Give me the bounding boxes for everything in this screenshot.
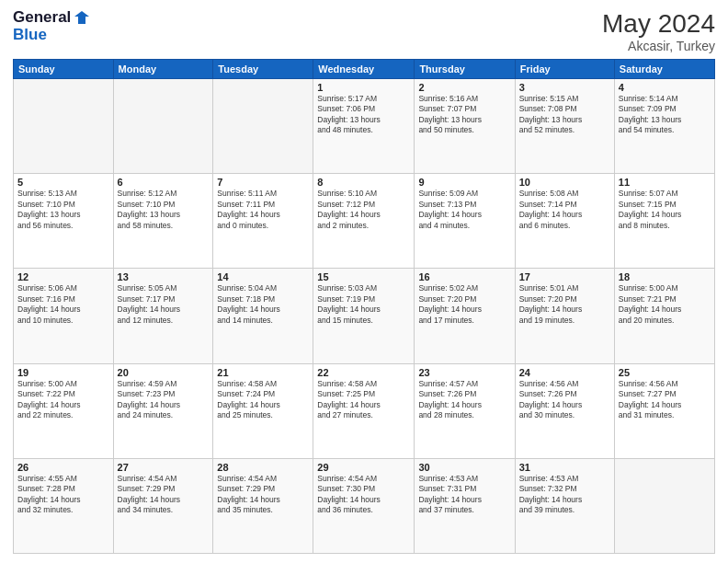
day-cell: 22Sunrise: 4:58 AMSunset: 7:25 PMDayligh… bbox=[313, 363, 415, 458]
day-info: and 28 minutes. bbox=[418, 410, 510, 420]
day-info: and 22 minutes. bbox=[17, 410, 109, 420]
day-info: Sunrise: 5:17 AM bbox=[317, 94, 410, 104]
day-info: Sunset: 7:11 PM bbox=[217, 200, 309, 210]
day-info: and 39 minutes. bbox=[519, 505, 610, 515]
day-info: Sunset: 7:10 PM bbox=[17, 200, 109, 210]
day-number: 14 bbox=[217, 271, 309, 282]
day-info: Sunrise: 5:08 AM bbox=[519, 189, 610, 199]
day-info: Sunset: 7:29 PM bbox=[217, 484, 309, 494]
day-number: 27 bbox=[118, 462, 210, 473]
weekday-header-monday: Monday bbox=[113, 60, 213, 79]
day-cell: 12Sunrise: 5:06 AMSunset: 7:16 PMDayligh… bbox=[14, 269, 114, 363]
day-info: Sunrise: 5:04 AM bbox=[217, 283, 309, 293]
day-number: 13 bbox=[118, 271, 210, 282]
day-cell: 21Sunrise: 4:58 AMSunset: 7:24 PMDayligh… bbox=[213, 363, 313, 458]
day-info: Sunset: 7:20 PM bbox=[519, 294, 610, 304]
day-info: Sunrise: 4:58 AM bbox=[217, 379, 309, 389]
day-info: Sunset: 7:27 PM bbox=[619, 389, 711, 399]
day-info: Sunset: 7:06 PM bbox=[317, 104, 410, 114]
day-cell: 17Sunrise: 5:01 AMSunset: 7:20 PMDayligh… bbox=[515, 269, 614, 363]
day-info: and 56 minutes. bbox=[17, 221, 109, 231]
weekday-header-sunday: Sunday bbox=[14, 60, 114, 79]
day-cell: 16Sunrise: 5:02 AMSunset: 7:20 PMDayligh… bbox=[415, 269, 515, 363]
day-cell: 4Sunrise: 5:14 AMSunset: 7:09 PMDaylight… bbox=[614, 79, 714, 174]
day-number: 4 bbox=[619, 82, 711, 93]
day-info: Daylight: 14 hours bbox=[418, 400, 510, 410]
day-info: and 15 minutes. bbox=[317, 316, 410, 326]
day-info: Sunset: 7:14 PM bbox=[519, 200, 610, 210]
day-info: Sunset: 7:19 PM bbox=[317, 294, 410, 304]
day-info: Daylight: 13 hours bbox=[519, 115, 610, 125]
day-info: and 36 minutes. bbox=[317, 505, 410, 515]
day-info: Sunrise: 4:58 AM bbox=[317, 379, 410, 389]
day-info: Sunrise: 4:54 AM bbox=[217, 474, 309, 484]
day-info: Sunrise: 4:53 AM bbox=[519, 474, 610, 484]
day-info: Sunset: 7:18 PM bbox=[217, 294, 309, 304]
day-cell: 23Sunrise: 4:57 AMSunset: 7:26 PMDayligh… bbox=[415, 363, 515, 458]
day-info: and 12 minutes. bbox=[118, 316, 210, 326]
day-info: and 50 minutes. bbox=[418, 125, 510, 135]
day-number: 25 bbox=[619, 367, 711, 378]
day-info: Sunset: 7:26 PM bbox=[519, 389, 610, 399]
day-cell bbox=[14, 79, 114, 174]
day-info: Sunset: 7:12 PM bbox=[317, 200, 410, 210]
day-number: 2 bbox=[418, 82, 510, 93]
day-cell: 29Sunrise: 4:54 AMSunset: 7:30 PMDayligh… bbox=[313, 458, 415, 553]
day-info: Daylight: 14 hours bbox=[619, 304, 711, 315]
day-info: and 30 minutes. bbox=[519, 410, 610, 420]
day-info: Sunset: 7:28 PM bbox=[17, 484, 109, 494]
day-cell: 15Sunrise: 5:03 AMSunset: 7:19 PMDayligh… bbox=[313, 269, 415, 363]
day-info: Daylight: 13 hours bbox=[17, 210, 109, 220]
logo: General Blue bbox=[13, 9, 89, 43]
day-info: Sunrise: 4:59 AM bbox=[118, 379, 210, 389]
day-cell bbox=[213, 79, 313, 174]
day-cell: 20Sunrise: 4:59 AMSunset: 7:23 PMDayligh… bbox=[113, 363, 213, 458]
day-number: 17 bbox=[519, 271, 610, 282]
day-info: Sunrise: 5:03 AM bbox=[317, 283, 410, 293]
day-number: 29 bbox=[317, 462, 410, 473]
day-info: Sunset: 7:13 PM bbox=[418, 200, 510, 210]
day-info: Daylight: 14 hours bbox=[118, 304, 210, 315]
day-info: Sunrise: 5:13 AM bbox=[17, 189, 109, 199]
day-info: Sunrise: 5:06 AM bbox=[17, 283, 109, 293]
day-info: Daylight: 14 hours bbox=[519, 495, 610, 505]
day-cell: 3Sunrise: 5:15 AMSunset: 7:08 PMDaylight… bbox=[515, 79, 614, 174]
day-cell: 7Sunrise: 5:11 AMSunset: 7:11 PMDaylight… bbox=[213, 174, 313, 269]
day-info: Sunset: 7:08 PM bbox=[519, 104, 610, 114]
day-number: 5 bbox=[17, 177, 109, 188]
day-number: 28 bbox=[217, 462, 309, 473]
logo-graphic: General Blue bbox=[13, 9, 89, 43]
day-info: Daylight: 14 hours bbox=[519, 400, 610, 410]
day-info: Daylight: 13 hours bbox=[418, 115, 510, 125]
day-info: and 20 minutes. bbox=[619, 316, 711, 326]
day-info: Sunset: 7:24 PM bbox=[217, 389, 309, 399]
day-info: Sunrise: 4:57 AM bbox=[418, 379, 510, 389]
day-info: and 6 minutes. bbox=[519, 221, 610, 231]
day-info: Daylight: 14 hours bbox=[217, 400, 309, 410]
day-info: Sunrise: 5:01 AM bbox=[519, 283, 610, 293]
day-info: Daylight: 13 hours bbox=[317, 115, 410, 125]
day-info: Sunset: 7:23 PM bbox=[118, 389, 210, 399]
week-row-2: 12Sunrise: 5:06 AMSunset: 7:16 PMDayligh… bbox=[14, 269, 715, 363]
day-info: Sunset: 7:07 PM bbox=[418, 104, 510, 114]
day-info: and 24 minutes. bbox=[118, 410, 210, 420]
day-info: Daylight: 14 hours bbox=[418, 210, 510, 220]
day-info: and 48 minutes. bbox=[317, 125, 410, 135]
day-number: 8 bbox=[317, 177, 410, 188]
day-info: Sunset: 7:17 PM bbox=[118, 294, 210, 304]
day-info: Sunset: 7:09 PM bbox=[619, 104, 711, 114]
day-number: 22 bbox=[317, 367, 410, 378]
day-info: Sunset: 7:21 PM bbox=[619, 294, 711, 304]
day-cell: 28Sunrise: 4:54 AMSunset: 7:29 PMDayligh… bbox=[213, 458, 313, 553]
day-info: Sunrise: 5:12 AM bbox=[118, 189, 210, 199]
day-info: Daylight: 14 hours bbox=[118, 400, 210, 410]
day-cell bbox=[113, 79, 213, 174]
logo-bird-icon bbox=[73, 9, 89, 26]
day-info: Sunrise: 5:09 AM bbox=[418, 189, 510, 199]
day-info: Sunset: 7:16 PM bbox=[17, 294, 109, 304]
month-title: May 2024 bbox=[602, 9, 715, 39]
day-cell: 18Sunrise: 5:00 AMSunset: 7:21 PMDayligh… bbox=[614, 269, 714, 363]
day-info: Daylight: 14 hours bbox=[17, 304, 109, 315]
title-block: May 2024 Akcasir, Turkey bbox=[602, 9, 715, 53]
weekday-header-friday: Friday bbox=[515, 60, 614, 79]
